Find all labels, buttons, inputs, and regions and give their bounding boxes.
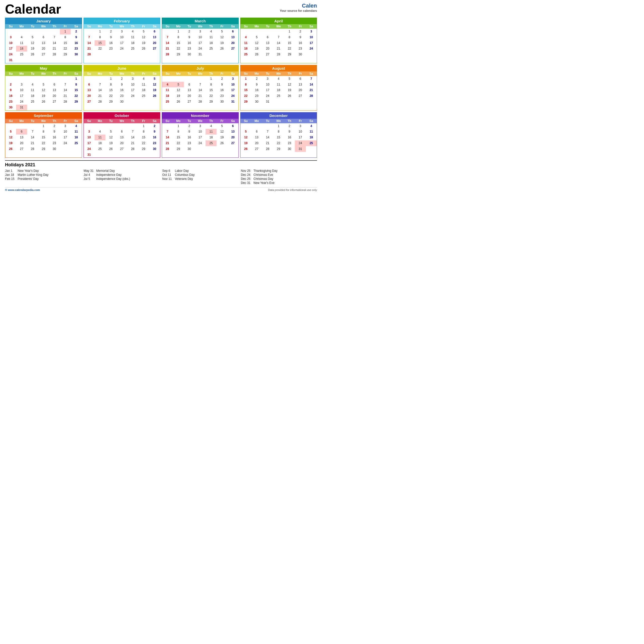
- day-cell: 8: [240, 82, 251, 88]
- dow-cell: Su: [84, 25, 95, 28]
- holiday-date: Feb 15: [5, 177, 18, 181]
- days-grid-oct: 1234567891011121314151617181920212223242…: [84, 123, 160, 158]
- day-cell: 15: [240, 87, 251, 93]
- dow-cell: Tu: [27, 25, 38, 28]
- day-cell: 17: [195, 135, 206, 140]
- day-cell: 16: [149, 135, 160, 140]
- days-grid-jan: 1234567891011121314151617181920212223242…: [5, 29, 82, 63]
- day-cell: 22: [38, 140, 49, 146]
- month-jun: JuneSuMoTuWeThFrSa1234567891011121314151…: [84, 65, 160, 111]
- dow-cell: Fr: [60, 72, 71, 75]
- day-cell: 26: [240, 146, 251, 152]
- holiday-date: Oct 11: [162, 173, 175, 177]
- dow-cell: Sa: [306, 119, 317, 123]
- dow-cell: Sa: [227, 72, 238, 75]
- day-cell: 16: [184, 40, 195, 46]
- day-cell: 19: [149, 87, 160, 93]
- dow-row-aug: SuMoTuWeThFrSa: [240, 71, 317, 76]
- holiday-name: Labor Day: [175, 169, 189, 173]
- day-cell: 25: [95, 146, 105, 152]
- month-header-jul: July: [162, 65, 238, 71]
- dow-cell: Tu: [184, 119, 195, 123]
- day-cell: 7: [306, 76, 317, 82]
- dow-cell: Su: [162, 119, 173, 123]
- day-cell: 30: [295, 52, 306, 57]
- day-cell: 7: [127, 129, 138, 135]
- day-cell: 30: [184, 52, 195, 57]
- day-cell: 23: [295, 46, 306, 52]
- dow-cell: Sa: [149, 72, 160, 75]
- day-cell: 28: [162, 146, 173, 152]
- dow-cell: Fr: [295, 72, 306, 75]
- day-cell: 25: [138, 93, 149, 99]
- day-cell: 12: [251, 40, 262, 46]
- day-cell: 17: [16, 93, 27, 99]
- holiday-row: Dec 25Christmas Day: [241, 177, 317, 181]
- day-cell: 17: [60, 135, 71, 140]
- day-cell: 3: [116, 29, 127, 34]
- day-cell: 25: [16, 52, 27, 57]
- day-cell: 8: [173, 129, 184, 135]
- day-cell: 13: [38, 40, 49, 46]
- day-cell: 3: [16, 82, 27, 88]
- dow-cell: Sa: [306, 25, 317, 28]
- day-cell: 13: [262, 40, 273, 46]
- day-empty: [5, 123, 16, 129]
- day-cell: 25: [206, 46, 216, 52]
- day-cell: 29: [138, 146, 149, 152]
- day-cell: 5: [251, 34, 262, 40]
- day-cell: 11: [27, 87, 38, 93]
- day-cell: 17: [127, 87, 138, 93]
- dow-row-sep: SuMoTuWeThFrSa: [5, 119, 82, 123]
- day-cell: 26: [251, 52, 262, 57]
- day-cell: 1: [173, 123, 184, 129]
- day-empty: [60, 76, 71, 82]
- day-cell: 5: [5, 129, 16, 135]
- month-header-jun: June: [84, 65, 160, 71]
- day-cell: 27: [84, 99, 95, 105]
- day-cell: 1: [105, 76, 116, 82]
- day-cell: 3: [195, 123, 206, 129]
- day-cell: 9: [184, 129, 195, 135]
- day-cell: 7: [195, 82, 206, 88]
- day-cell: 27: [262, 52, 273, 57]
- day-cell: 9: [295, 34, 306, 40]
- dow-row-jun: SuMoTuWeThFrSa: [84, 71, 160, 76]
- day-cell: 13: [227, 129, 238, 135]
- day-cell: 28: [49, 52, 60, 57]
- day-cell: 23: [284, 140, 295, 146]
- day-cell: 4: [95, 129, 105, 135]
- day-cell: 13: [149, 34, 160, 40]
- holiday-name: Presidents' Day: [18, 177, 39, 181]
- day-cell: 17: [227, 87, 238, 93]
- month-header-apr: April: [240, 18, 317, 24]
- holiday-column-3: Nov 25Thanksgiving DayDec 24Christmas Ev…: [241, 169, 317, 185]
- day-cell: 25: [27, 99, 38, 105]
- day-cell: 29: [206, 99, 216, 105]
- day-cell: 23: [105, 46, 116, 52]
- dow-cell: Tu: [27, 119, 38, 123]
- dow-cell: Su: [240, 119, 251, 123]
- day-cell: 28: [306, 93, 317, 99]
- day-cell: 11: [162, 87, 173, 93]
- day-cell: 30: [116, 99, 127, 105]
- day-empty: [38, 29, 49, 34]
- day-cell: 7: [262, 129, 273, 135]
- month-header-dec: December: [240, 112, 317, 119]
- day-cell: 21: [273, 46, 284, 52]
- day-cell: 31: [16, 105, 27, 110]
- dow-row-jul: SuMoTuWeThFrSa: [162, 71, 238, 76]
- day-cell: 28: [60, 99, 71, 105]
- day-cell: 10: [5, 40, 16, 46]
- day-cell: 27: [227, 140, 238, 146]
- day-empty: [16, 29, 27, 34]
- day-cell: 17: [116, 40, 127, 46]
- day-cell: 16: [105, 40, 116, 46]
- day-cell: 6: [184, 82, 195, 88]
- day-cell: 21: [49, 46, 60, 52]
- day-cell: 8: [95, 34, 105, 40]
- dow-cell: Fr: [217, 119, 227, 123]
- holiday-date: Nov 25: [241, 169, 254, 173]
- month-may: MaySuMoTuWeThFrSa12345678910111213141516…: [5, 65, 82, 111]
- day-cell: 23: [149, 140, 160, 146]
